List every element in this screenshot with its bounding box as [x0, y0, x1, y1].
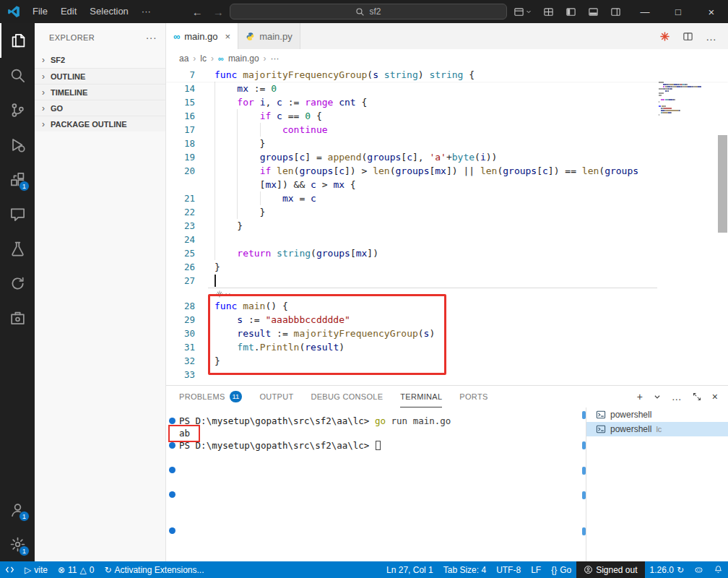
code-line[interactable]: 26} [166, 260, 728, 274]
panel-tab-problems[interactable]: PROBLEMS11 [179, 386, 242, 407]
line-number[interactable]: 21 [166, 191, 195, 205]
line-number[interactable]: 22 [166, 205, 195, 219]
layout-dropdown-icon[interactable] [514, 7, 532, 17]
settings-gear-activity-button[interactable]: 1 [0, 527, 35, 561]
line-number[interactable]: 15 [166, 95, 195, 109]
terminal-tab-powershell-lc[interactable]: powershelllc [586, 422, 728, 436]
panel-tab-output[interactable]: OUTPUT [259, 386, 293, 407]
code-line[interactable]: 19 groups[c] = append(groups[c], 'a'+byt… [166, 150, 728, 164]
code-line[interactable]: 16 if c == 0 { [166, 109, 728, 123]
sidebar-more-actions-icon[interactable]: ··· [146, 32, 157, 43]
menu-more[interactable]: ··· [135, 4, 157, 20]
line-number[interactable]: 25 [166, 246, 195, 260]
close-panel-icon[interactable]: × [712, 391, 718, 402]
command-decoration-icon[interactable] [169, 467, 176, 473]
signed-out-status[interactable]: Signed out [576, 561, 644, 578]
line-number[interactable]: 30 [166, 327, 195, 340]
code-line[interactable]: 25 return string(groups[mx]) [166, 246, 728, 260]
search-activity-button[interactable] [0, 58, 35, 92]
command-decoration-icon[interactable] [169, 442, 176, 449]
code-line[interactable]: 27 [166, 274, 728, 288]
new-terminal-button[interactable]: + [637, 391, 643, 402]
back-icon[interactable]: ← [192, 6, 203, 18]
code-line[interactable]: 17 continue [166, 123, 728, 137]
line-number[interactable]: 32 [166, 354, 195, 368]
command-decoration-icon[interactable] [169, 527, 176, 534]
panel-tab-ports[interactable]: PORTS [459, 386, 488, 407]
go-version[interactable]: 1.26.0 ↻ [645, 561, 689, 578]
close-tab-icon[interactable]: × [225, 31, 231, 42]
testing-activity-button[interactable] [0, 231, 35, 266]
code-line[interactable]: 14 mx := 0 [166, 82, 728, 95]
tab-main-go[interactable]: ∞ main.go × [166, 23, 238, 49]
explorer-activity-button[interactable] [0, 23, 35, 58]
line-number[interactable]: 17 [166, 123, 195, 137]
terminal-dropdown-icon[interactable] [654, 393, 661, 400]
panel-more-actions-icon[interactable]: … [672, 391, 682, 402]
code-editor[interactable]: 7func majorityFrequencyGroup(s string) s… [166, 68, 728, 385]
panel-tab-debug-console[interactable]: DEBUG CONSOLE [311, 386, 383, 407]
panel-tab-terminal[interactable]: TERMINAL [400, 386, 442, 407]
extensions-activity-button[interactable]: 1 [0, 162, 35, 197]
line-number[interactable]: 26 [166, 260, 195, 274]
maximize-panel-icon[interactable] [693, 392, 701, 401]
toggle-secondary-sidebar-icon[interactable] [610, 7, 621, 17]
language-mode[interactable]: {} Go [546, 561, 576, 578]
line-number[interactable]: 16 [166, 109, 195, 123]
breadcrumb-item[interactable]: main.go [228, 53, 259, 64]
line-number[interactable]: 31 [166, 340, 195, 354]
command-decoration-icon[interactable] [169, 418, 176, 424]
terminal-content[interactable]: PS D:\mysetup\gopath\src\sf2\aa\lc> go r… [166, 407, 585, 561]
line-number[interactable]: 14 [166, 82, 195, 95]
forward-icon[interactable]: → [213, 6, 224, 18]
code-line[interactable]: 20 if len(groups[c]) > len(groups[mx]) |… [166, 164, 728, 178]
code-line[interactable]: 22 } [166, 205, 728, 219]
sync-activity-button[interactable] [0, 266, 35, 301]
tab-size[interactable]: Tab Size: 4 [438, 561, 491, 578]
line-number[interactable]: 7 [166, 68, 195, 82]
cursor-position[interactable]: Ln 27, Col 1 [381, 561, 438, 578]
sidebar-section-sf2[interactable]: ›SF2 [35, 52, 165, 68]
encoding[interactable]: UTF-8 [491, 561, 526, 578]
sidebar-section-go[interactable]: ›GO [35, 100, 165, 116]
source-control-activity-button[interactable] [0, 92, 35, 127]
breadcrumb-item[interactable]: lc [200, 53, 207, 64]
tab-main-py[interactable]: main.py [238, 23, 300, 49]
remote-indicator[interactable] [0, 561, 20, 578]
toggle-primary-sidebar-icon[interactable] [566, 7, 576, 17]
code-line[interactable]: 21 mx = c [166, 191, 728, 205]
editor-scrollbar[interactable] [718, 135, 727, 233]
eol[interactable]: LF [526, 561, 546, 578]
minimap[interactable] [657, 68, 716, 385]
tools-activity-button[interactable] [0, 301, 35, 335]
layout-grid-icon[interactable] [543, 7, 554, 17]
accounts-activity-button[interactable]: 1 [0, 492, 35, 527]
close-window-button[interactable]: × [695, 0, 728, 23]
code-line[interactable]: 18 } [166, 137, 728, 150]
sticky-code-line[interactable]: 7func majorityFrequencyGroup(s string) s… [166, 68, 728, 82]
line-number[interactable]: 33 [166, 368, 195, 381]
line-number[interactable]: 23 [166, 219, 195, 233]
toggle-panel-icon[interactable] [588, 7, 599, 17]
code-line[interactable]: 15 for i, c := range cnt { [166, 95, 728, 109]
chat-activity-button[interactable] [0, 197, 35, 231]
line-number[interactable]: 20 [166, 164, 195, 178]
terminal-tab-powershell[interactable]: powershell [586, 407, 728, 422]
copilot-status[interactable] [689, 561, 708, 578]
line-number[interactable]: 18 [166, 137, 195, 150]
sidebar-section-outline[interactable]: ›OUTLINE [35, 68, 165, 84]
line-number[interactable]: 24 [166, 233, 195, 246]
maximize-button[interactable]: □ [662, 0, 695, 23]
minimize-button[interactable]: — [628, 0, 662, 23]
code-line[interactable]: [mx]) && c > mx { [166, 178, 728, 191]
line-number[interactable]: 29 [166, 313, 195, 327]
sidebar-section-package-outline[interactable]: ›PACKAGE OUTLINE [35, 116, 165, 131]
menu-edit[interactable]: Edit [54, 4, 83, 20]
code-line[interactable]: 23 } [166, 219, 728, 233]
command-decoration-icon[interactable] [169, 491, 176, 498]
run-code-icon[interactable] [659, 31, 670, 42]
line-number[interactable]: 19 [166, 150, 195, 164]
breadcrumb-item[interactable]: aa [179, 53, 188, 64]
code-line[interactable]: 24 [166, 233, 728, 246]
editor-more-actions-icon[interactable]: … [706, 30, 716, 43]
